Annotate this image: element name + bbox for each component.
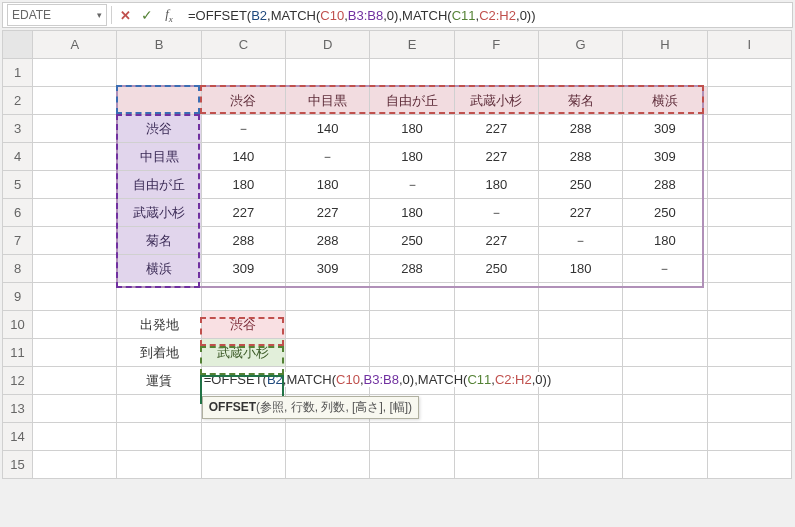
cell-C10[interactable]: 渋谷 [201, 311, 285, 339]
cell[interactable] [33, 143, 117, 171]
cell[interactable] [454, 311, 538, 339]
cell[interactable] [286, 339, 370, 367]
cell[interactable] [454, 451, 538, 479]
fare-cell[interactable]: 250 [538, 171, 622, 199]
label-departure[interactable]: 出発地 [117, 311, 201, 339]
fare-cell[interactable]: 309 [201, 255, 285, 283]
cell[interactable] [286, 283, 370, 311]
chevron-down-icon[interactable]: ▾ [97, 10, 102, 20]
cell[interactable] [370, 423, 454, 451]
fare-cell[interactable]: － [201, 115, 285, 143]
row-header-1[interactable]: 1 [3, 59, 33, 87]
cell[interactable] [33, 451, 117, 479]
cell[interactable] [623, 367, 707, 395]
col-header-F[interactable]: F [454, 31, 538, 59]
fare-cell[interactable]: 180 [623, 227, 707, 255]
fare-cell[interactable]: 227 [454, 115, 538, 143]
fare-cell[interactable]: － [623, 255, 707, 283]
fare-cell[interactable]: － [454, 199, 538, 227]
row-header-3[interactable]: 3 [3, 115, 33, 143]
cell[interactable] [707, 283, 791, 311]
cell[interactable] [707, 339, 791, 367]
side-station-2[interactable]: 自由が丘 [117, 171, 201, 199]
header-station-1[interactable]: 中目黒 [286, 87, 370, 115]
cell[interactable] [707, 115, 791, 143]
cell[interactable] [370, 311, 454, 339]
cell[interactable] [707, 59, 791, 87]
cell[interactable] [33, 59, 117, 87]
fare-cell[interactable]: 180 [370, 115, 454, 143]
fare-cell[interactable]: 288 [538, 115, 622, 143]
col-header-C[interactable]: C [201, 31, 285, 59]
cell[interactable] [538, 451, 622, 479]
cell[interactable] [33, 199, 117, 227]
cell[interactable] [117, 423, 201, 451]
fare-cell[interactable]: － [538, 227, 622, 255]
cell[interactable] [454, 59, 538, 87]
cell[interactable] [707, 451, 791, 479]
fare-cell[interactable]: 288 [538, 143, 622, 171]
cell[interactable] [286, 423, 370, 451]
cell[interactable] [33, 227, 117, 255]
row-header-12[interactable]: 12 [3, 367, 33, 395]
row-header-5[interactable]: 5 [3, 171, 33, 199]
cell[interactable] [707, 311, 791, 339]
cell[interactable] [538, 283, 622, 311]
fare-cell[interactable]: 309 [623, 115, 707, 143]
col-header-A[interactable]: A [33, 31, 117, 59]
cell[interactable] [33, 171, 117, 199]
cell[interactable] [538, 339, 622, 367]
cell[interactable] [117, 395, 201, 423]
side-station-4[interactable]: 菊名 [117, 227, 201, 255]
label-fare[interactable]: 運賃 [117, 367, 201, 395]
cell[interactable] [201, 59, 285, 87]
cell[interactable] [454, 339, 538, 367]
cell[interactable] [286, 59, 370, 87]
side-station-1[interactable]: 中目黒 [117, 143, 201, 171]
side-station-3[interactable]: 武蔵小杉 [117, 199, 201, 227]
fare-cell[interactable]: 227 [538, 199, 622, 227]
row-header-13[interactable]: 13 [3, 395, 33, 423]
cell[interactable] [286, 451, 370, 479]
fare-cell[interactable]: 180 [370, 199, 454, 227]
cell[interactable] [623, 339, 707, 367]
col-header-G[interactable]: G [538, 31, 622, 59]
cell[interactable] [117, 59, 201, 87]
fare-cell[interactable]: 227 [286, 199, 370, 227]
row-header-15[interactable]: 15 [3, 451, 33, 479]
select-all-corner[interactable] [3, 31, 33, 59]
cell[interactable] [201, 451, 285, 479]
row-header-11[interactable]: 11 [3, 339, 33, 367]
cell[interactable] [538, 311, 622, 339]
cell[interactable] [707, 171, 791, 199]
fx-icon[interactable]: fx [160, 6, 178, 24]
cell[interactable] [201, 283, 285, 311]
row-header-9[interactable]: 9 [3, 283, 33, 311]
cell[interactable] [117, 283, 201, 311]
cell[interactable] [623, 395, 707, 423]
fare-cell[interactable]: 180 [201, 171, 285, 199]
cell[interactable] [370, 339, 454, 367]
header-station-0[interactable]: 渋谷 [201, 87, 285, 115]
fare-cell[interactable]: 227 [454, 143, 538, 171]
cell[interactable] [707, 143, 791, 171]
fare-cell[interactable]: 250 [623, 199, 707, 227]
row-header-2[interactable]: 2 [3, 87, 33, 115]
col-header-H[interactable]: H [623, 31, 707, 59]
cell[interactable] [370, 451, 454, 479]
cancel-button[interactable]: ✕ [116, 6, 134, 24]
col-header-D[interactable]: D [286, 31, 370, 59]
cell[interactable] [623, 451, 707, 479]
cell[interactable] [33, 115, 117, 143]
fare-cell[interactable]: 288 [201, 227, 285, 255]
fare-cell[interactable]: 227 [201, 199, 285, 227]
fare-cell[interactable]: 180 [454, 171, 538, 199]
fare-cell[interactable]: 288 [623, 171, 707, 199]
fare-cell[interactable]: 180 [538, 255, 622, 283]
header-station-3[interactable]: 武蔵小杉 [454, 87, 538, 115]
side-station-5[interactable]: 横浜 [117, 255, 201, 283]
cell[interactable] [370, 59, 454, 87]
fare-cell[interactable]: 309 [623, 143, 707, 171]
row-header-10[interactable]: 10 [3, 311, 33, 339]
side-station-0[interactable]: 渋谷 [117, 115, 201, 143]
